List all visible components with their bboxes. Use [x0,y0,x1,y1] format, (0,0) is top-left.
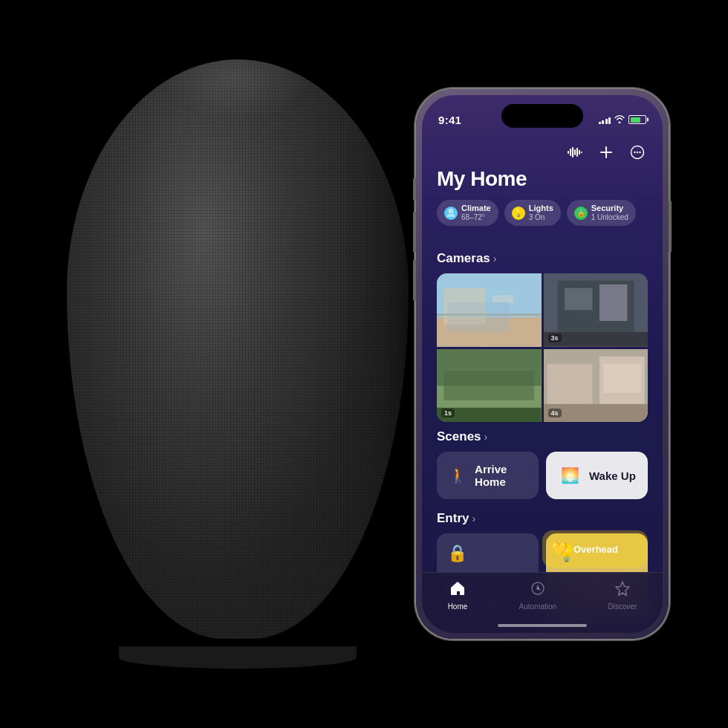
wake-up-icon: 🌅 [558,464,582,487]
dynamic-island [501,104,583,128]
iphone: 9:41 [416,89,669,639]
camera-timestamp-3: 1s [441,409,455,417]
camera-cell-4[interactable]: 4s [544,349,649,423]
homepod-top [163,59,312,119]
svg-rect-19 [443,288,485,325]
camera-timestamp-2: 3s [548,334,562,342]
svg-rect-20 [493,296,513,303]
svg-point-11 [637,152,638,153]
home-tab-icon [449,580,466,600]
arrive-home-label: Arrive Home [475,463,527,488]
svg-marker-38 [616,582,629,596]
lights-label: Lights [529,204,553,213]
security-icon: 🔒 [574,207,588,220]
waveform-button[interactable] [565,142,585,163]
iphone-screen: 9:41 [422,95,663,633]
signal-bar-3 [605,119,608,124]
lights-icon: 💡 [512,207,525,220]
cameras-grid: 3s 1s [437,273,648,422]
main-scene: 9:41 [0,0,728,728]
door-lock-icon: 🔒 [447,544,467,563]
tab-home[interactable]: Home [448,580,468,611]
signal-bars-icon [599,115,611,124]
svg-rect-24 [565,288,592,311]
cameras-chevron-icon: › [493,253,497,264]
discover-tab-label: Discover [608,602,637,611]
wake-up-button[interactable]: 🌅 Wake Up [546,452,648,499]
svg-rect-5 [579,150,580,155]
automation-tab-label: Automation [519,602,557,611]
lights-pill[interactable]: 💡 Lights 3 On [504,200,561,226]
climate-icon [444,207,458,220]
volume-up-button[interactable] [413,212,416,253]
svg-rect-3 [574,149,576,155]
scenes-section: Scenes › 🚶 Arrive Home 🌅 Wake Up [422,429,663,499]
tab-automation[interactable]: Automation [519,580,557,611]
cameras-header[interactable]: Cameras › [437,251,648,266]
signal-bar-1 [599,122,601,124]
climate-label: Climate [461,204,491,213]
svg-point-37 [536,587,539,590]
lights-sub: 3 On [529,213,553,222]
security-pill-text: Security 1 Unlocked [591,204,628,222]
page-title: My Home [437,167,648,191]
entry-header[interactable]: Entry › [437,511,648,526]
discover-tab-icon [614,580,631,600]
svg-point-10 [634,152,635,153]
climate-pill[interactable]: Climate 68–72° [437,200,498,226]
cameras-title: Cameras [437,251,490,266]
overhead-label: Overhead [573,544,618,555]
automation-tab-icon [530,580,546,600]
svg-rect-1 [570,149,571,156]
arrive-home-button[interactable]: 🚶 Arrive Home [437,452,539,499]
scenes-title: Scenes [437,429,481,444]
signal-bar-2 [602,120,604,124]
svg-rect-2 [572,147,573,157]
overhead-card[interactable]: 💛 Overhead [542,530,648,568]
homepod-base [119,646,357,669]
camera-cell-1[interactable] [437,273,542,347]
security-sub: 1 Unlocked [591,213,628,222]
svg-point-12 [639,152,640,153]
scenes-header[interactable]: Scenes › [437,429,648,444]
scenes-row: 🚶 Arrive Home 🌅 Wake Up [437,452,648,499]
security-pill[interactable]: 🔒 Security 1 Unlocked [567,200,636,226]
svg-rect-32 [547,363,592,407]
more-button[interactable] [627,142,648,163]
battery-icon [628,115,646,124]
wifi-icon [614,114,625,126]
scenes-chevron-icon: › [484,431,488,443]
tab-discover[interactable]: Discover [608,580,637,611]
home-indicator [498,624,587,627]
svg-rect-6 [581,152,582,153]
camera-cell-2[interactable]: 3s [544,273,649,347]
power-button[interactable] [669,201,672,253]
overhead-icon: 💛 [551,541,568,557]
homepod-mesh [67,59,409,639]
camera-timestamp-4: 4s [548,409,562,417]
entry-chevron-icon: › [472,513,475,524]
battery-fill [631,117,640,123]
signal-bar-4 [608,117,611,124]
status-pills: Climate 68–72° 💡 Lights 3 On 🔒 [437,200,648,226]
volume-down-button[interactable] [413,260,416,301]
svg-rect-34 [602,363,641,392]
wake-up-label: Wake Up [589,469,636,482]
cameras-section: Cameras › [422,251,663,422]
lights-pill-text: Lights 3 On [529,204,553,222]
add-button[interactable] [596,142,617,163]
svg-rect-25 [599,285,626,321]
app-header: My Home Climate [422,136,663,226]
status-time: 9:41 [438,114,461,126]
header-controls [437,142,648,163]
silent-switch[interactable] [413,178,416,201]
svg-rect-0 [568,151,569,154]
svg-rect-4 [576,148,578,157]
camera-cell-3[interactable]: 1s [437,349,542,423]
homepod [45,59,431,669]
arrive-home-icon: 🚶 [449,464,467,487]
climate-sub: 68–72° [461,213,491,222]
status-icons [599,114,647,126]
security-label: Security [591,204,628,213]
svg-point-14 [450,210,452,212]
